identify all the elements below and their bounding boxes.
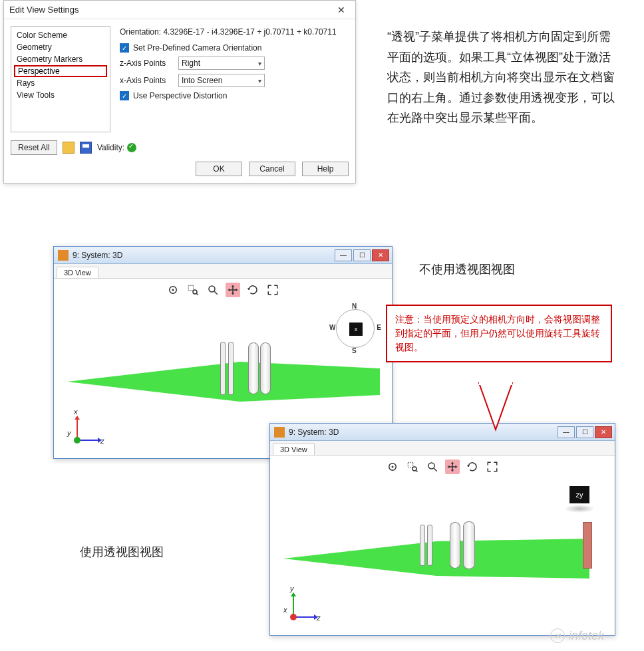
axis-gizmo: x z y [67, 410, 107, 450]
svg-line-16 [416, 470, 417, 471]
dropdown-value: Right [182, 59, 200, 68]
view-mode-icon[interactable] [385, 459, 400, 474]
checkbox-label: Set Pre-Defined Camera Orientation [133, 43, 261, 53]
tab-strip: 3D View [270, 441, 615, 456]
zoom-icon[interactable] [425, 459, 440, 474]
svg-rect-4 [188, 285, 194, 291]
checkbox-use-perspective[interactable]: ✓ [120, 91, 129, 100]
svg-point-17 [428, 463, 434, 469]
maximize-icon[interactable]: ☐ [353, 249, 371, 261]
chevron-down-icon: ▾ [258, 60, 261, 67]
fit-icon[interactable] [485, 459, 500, 474]
z-axis-label: z-Axis Points [120, 59, 173, 68]
x-axis-label: x-Axis Points [120, 76, 173, 85]
close-icon[interactable]: ✕ [331, 3, 351, 17]
x-axis-dropdown[interactable]: Into Screen ▾ [178, 74, 265, 87]
svg-rect-1 [479, 381, 512, 385]
minimize-icon[interactable]: — [335, 249, 352, 261]
zoom-icon[interactable] [206, 283, 220, 297]
svg-point-13 [392, 466, 394, 468]
svg-line-6 [196, 293, 198, 295]
help-button[interactable]: Help [302, 162, 349, 176]
maximize-icon[interactable]: ☐ [576, 426, 593, 438]
window-titlebar[interactable]: 9: System: 3D — ☐ ✕ [54, 247, 392, 264]
caption-no-perspective: 不使用透视图视图 [419, 259, 515, 280]
svg-line-18 [434, 468, 437, 471]
window-titlebar[interactable]: 9: System: 3D — ☐ ✕ [270, 424, 615, 441]
checkbox-label: Use Perspective Distortion [133, 91, 227, 100]
svg-marker-9 [247, 288, 251, 290]
optic-lens [450, 522, 460, 569]
svg-marker-19 [467, 465, 470, 467]
watermark: ✉ infotek [550, 628, 604, 643]
optic-aperture [427, 525, 432, 566]
category-item[interactable]: Geometry Markers [11, 53, 110, 65]
view-toolbar [385, 459, 500, 474]
svg-point-3 [172, 289, 174, 291]
tab-3d-view[interactable]: 3D View [57, 267, 98, 278]
svg-point-5 [193, 290, 197, 294]
minimize-icon[interactable]: — [558, 426, 575, 438]
validity-label: Validity: [97, 143, 124, 152]
axis-gizmo: .w2 .axis .v:before{border-bottom-color:… [283, 587, 323, 627]
optic-lens [463, 521, 475, 569]
description-paragraph: “透视”子菜单提供了将相机方向固定到所需平面的选项。如果工具“立体视图”处于激活… [387, 27, 621, 128]
move-icon[interactable] [226, 283, 240, 297]
rotate-icon[interactable] [465, 459, 480, 474]
save-icon[interactable] [80, 142, 92, 154]
optic-detector [583, 522, 592, 569]
open-folder-icon[interactable] [63, 142, 75, 154]
optic-aperture [228, 342, 234, 395]
window-3d-with-perspective: 9: System: 3D — ☐ ✕ 3D View zy [269, 423, 615, 636]
optic-aperture [220, 342, 226, 395]
window-title: 9: System: 3D [73, 251, 122, 260]
reset-all-button[interactable]: Reset All [11, 140, 57, 155]
zoom-area-icon[interactable] [405, 459, 420, 474]
dialog-title: Edit View Settings [9, 5, 79, 15]
orientation-value: 4.3296E-17 - i4.3296E-17 + j0.70711 + k0… [163, 27, 336, 37]
tab-3d-view[interactable]: 3D View [273, 444, 315, 455]
svg-point-7 [209, 286, 215, 292]
wechat-icon: ✉ [550, 628, 565, 643]
dropdown-value: Into Screen [182, 76, 222, 85]
orientation-label: Orientation: [120, 27, 161, 37]
app-icon [58, 250, 69, 261]
category-item[interactable]: Rays [11, 77, 110, 89]
category-item[interactable]: Color Scheme [11, 29, 110, 41]
viewport-canvas[interactable]: zy .w2 .axis .v:before{border-bottom-col… [270, 456, 615, 635]
move-icon[interactable] [445, 459, 460, 474]
category-item[interactable]: View Tools [11, 89, 110, 101]
edit-view-settings-dialog: Edit View Settings ✕ Color Scheme Geomet… [3, 0, 356, 184]
svg-marker-0 [479, 383, 512, 430]
optic-aperture [420, 525, 425, 566]
checkbox-set-predefined[interactable]: ✓ [120, 43, 129, 53]
close-icon[interactable]: ✕ [595, 426, 612, 438]
svg-line-8 [214, 291, 218, 295]
ray-beam [283, 519, 603, 598]
view-toolbar [166, 283, 280, 297]
view-mode-icon[interactable] [166, 283, 180, 297]
rotate-icon[interactable] [245, 283, 260, 297]
dialog-titlebar: Edit View Settings ✕ [4, 1, 355, 19]
callout-note: 注意：当使用预定义的相机方向时，会将视图调整到指定的平面，但用户仍然可以使用旋转… [386, 305, 612, 362]
svg-marker-20 [283, 541, 436, 576]
fit-icon[interactable] [265, 283, 280, 297]
z-axis-dropdown[interactable]: Right ▾ [178, 57, 265, 70]
orientation-cube[interactable]: zy [564, 486, 595, 513]
category-item-perspective[interactable]: Perspective [14, 65, 107, 77]
app-icon [274, 427, 285, 438]
svg-marker-10 [67, 362, 240, 402]
window-title: 9: System: 3D [289, 428, 339, 437]
svg-point-15 [412, 467, 416, 471]
optic-lens [248, 342, 259, 394]
svg-rect-14 [408, 462, 413, 467]
ok-button[interactable]: OK [196, 162, 242, 176]
optic-lens [260, 342, 271, 394]
zoom-area-icon[interactable] [186, 283, 200, 297]
cancel-button[interactable]: Cancel [249, 162, 295, 176]
caption-with-perspective: 使用透视图视图 [80, 542, 164, 563]
category-item[interactable]: Geometry [11, 41, 110, 53]
close-icon[interactable]: ✕ [372, 249, 389, 261]
category-list[interactable]: Color Scheme Geometry Geometry Markers P… [11, 26, 110, 132]
validity-ok-icon [127, 143, 136, 152]
